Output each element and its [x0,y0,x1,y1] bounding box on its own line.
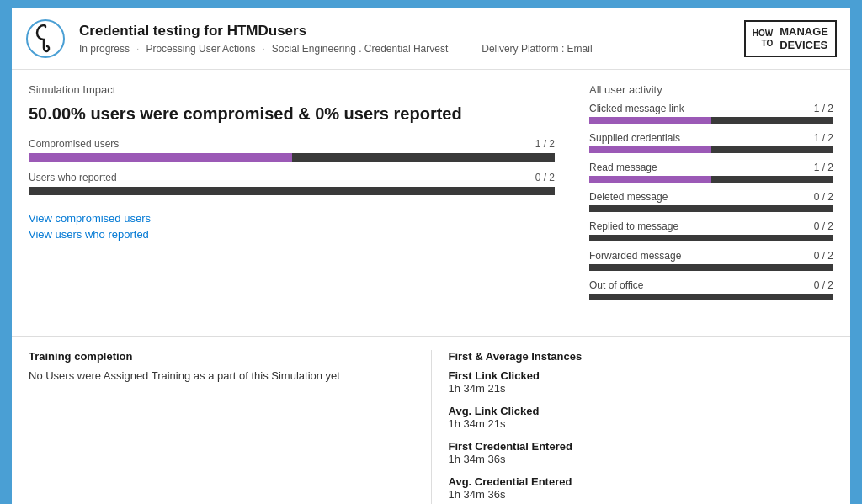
activity-bar-track [589,146,833,153]
activity-row: Deleted message 0 / 2 [589,191,833,212]
instance-items: First Link Clicked 1h 34m 21s Avg. Link … [449,369,834,501]
delivery-label: Delivery Platform : Email [482,43,592,55]
instance-label: Avg. Link Clicked [449,405,834,417]
reported-value: 0 / 2 [535,172,555,183]
activity-bar-track [589,117,833,124]
activity-label: Read message [589,162,657,173]
activity-value: 0 / 2 [814,191,833,203]
activity-bar-track [589,205,833,212]
simulation-section-label: Simulation Impact [29,83,555,96]
activity-row: Supplied credentials 1 / 2 [589,132,833,153]
instance-value: 1h 34m 21s [449,417,834,430]
compromised-bar-row: Compromised users 1 / 2 [29,138,555,162]
right-panel: All user activity Clicked message link 1… [572,70,850,322]
step1-label: Processing User Actions [146,43,255,55]
instance-label: Avg. Credential Entered [449,475,834,488]
instance-item: First Credential Entered 1h 34m 36s [449,440,834,465]
activity-bar-fill [589,117,711,124]
activity-row: Out of office 0 / 2 [589,279,833,300]
activity-bar-track [589,176,833,183]
reported-bar-track [29,187,555,195]
impact-headline: 50.00% users were compromised & 0% users… [29,103,555,125]
links-section: View compromised users View users who re… [29,212,555,241]
view-compromised-link[interactable]: View compromised users [29,212,555,225]
activity-value: 0 / 2 [814,279,833,291]
compromised-bar-fill [29,153,292,162]
activity-bar-fill [589,176,711,183]
activity-label: Replied to message [589,220,678,232]
activity-row: Forwarded message 0 / 2 [589,250,833,271]
activity-label: Clicked message link [589,103,684,114]
header-subtitle: In progress · Processing User Actions · … [79,43,731,55]
status-badge: In progress [79,43,130,55]
instance-item: First Link Clicked 1h 34m 21s [449,369,834,395]
reported-label: Users who reported [29,172,117,183]
instances-column: First & Average Instances First Link Cli… [432,350,834,504]
view-reported-link[interactable]: View users who reported [29,228,555,241]
activity-label: Out of office [589,279,643,291]
step2-label: Social Engineering . Credential Harvest [272,43,448,55]
activity-bars: Clicked message link 1 / 2 Supplied cred… [589,103,833,300]
content-area: Simulation Impact 50.00% users were comp… [12,70,850,322]
activity-label: Deleted message [589,191,668,203]
left-panel: Simulation Impact 50.00% users were comp… [12,70,572,322]
instance-item: Avg. Credential Entered 1h 34m 36s [449,475,834,501]
company-logo: HOW TO MANAGE DEVICES [744,20,837,56]
reported-bar-row: Users who reported 0 / 2 [29,172,555,195]
activity-value: 1 / 2 [814,162,833,173]
activity-value: 0 / 2 [814,220,833,232]
activity-value: 1 / 2 [814,103,833,114]
header: Credential testing for HTMDusers In prog… [12,8,850,70]
hook-icon [25,19,66,59]
activity-row: Replied to message 0 / 2 [589,220,833,241]
main-window: Credential testing for HTMDusers In prog… [10,7,852,504]
training-title: Training completion [29,350,414,363]
instance-value: 1h 34m 36s [449,453,834,465]
training-column: Training completion No Users were Assign… [29,350,432,504]
instance-label: First Credential Entered [449,440,834,453]
activity-bar-track [589,235,833,241]
instance-value: 1h 34m 21s [449,382,834,395]
activity-row: Read message 1 / 2 [589,162,833,183]
header-text: Credential testing for HTMDusers In prog… [79,23,731,55]
activity-label: Forwarded message [589,250,681,262]
compromised-bar-track [29,153,555,162]
activity-section-label: All user activity [589,83,833,96]
activity-value: 0 / 2 [814,250,833,262]
activity-row: Clicked message link 1 / 2 [589,103,833,124]
training-body: No Users were Assigned Training as a par… [29,369,414,382]
instances-title: First & Average Instances [449,350,834,363]
bottom-section: Training completion No Users were Assign… [12,350,850,504]
activity-bar-fill [589,146,711,153]
instance-item: Avg. Link Clicked 1h 34m 21s [449,405,834,430]
activity-value: 1 / 2 [814,132,833,144]
compromised-value: 1 / 2 [535,138,555,150]
section-divider [12,336,850,337]
activity-bar-track [589,294,833,300]
header-title: Credential testing for HTMDusers [79,23,731,40]
activity-bar-track [589,264,833,271]
instance-value: 1h 34m 36s [449,488,834,501]
compromised-label: Compromised users [29,138,119,150]
activity-label: Supplied credentials [589,132,680,144]
instance-label: First Link Clicked [449,369,834,382]
